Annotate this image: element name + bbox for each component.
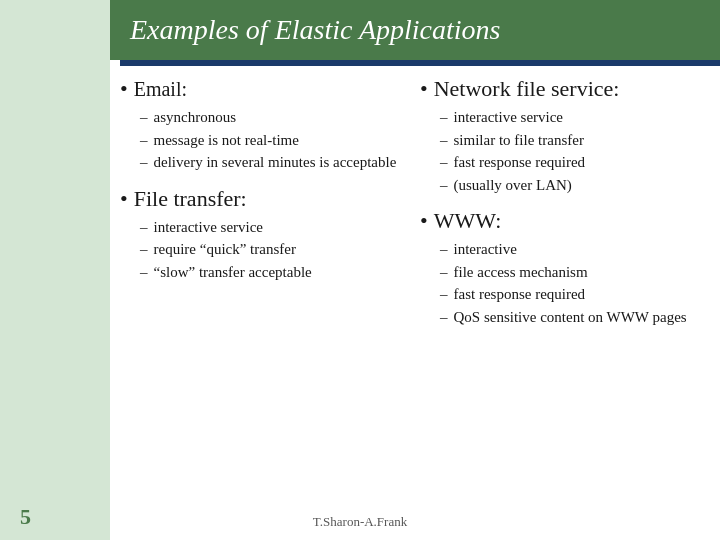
network-file-section: • Network file service: – interactive se… — [420, 76, 700, 196]
left-column: • Email: – asynchronous – message is not… — [120, 76, 410, 535]
list-item: – file access mechanism — [440, 261, 700, 284]
bullet-dot: • — [420, 208, 428, 234]
file-transfer-label: File transfer: — [134, 186, 247, 212]
list-item: – QoS sensitive content on WWW pages — [440, 306, 700, 329]
email-sub-list: – asynchronous – message is not real-tim… — [140, 106, 400, 174]
list-item: – message is not real-time — [140, 129, 400, 152]
slide-number: 5 — [20, 504, 31, 530]
www-label: WWW: — [434, 208, 502, 234]
file-transfer-sub-list: – interactive service – require “quick” … — [140, 216, 400, 284]
file-transfer-bullet: • File transfer: — [120, 186, 400, 212]
list-item: – (usually over LAN) — [440, 174, 700, 197]
list-item: – interactive service — [140, 216, 400, 239]
slide: Examples of Elastic Applications • Email… — [0, 0, 720, 540]
left-accent-bar — [0, 0, 110, 540]
list-item: – fast response required — [440, 151, 700, 174]
list-item: – interactive service — [440, 106, 700, 129]
list-item: – fast response required — [440, 283, 700, 306]
list-item: – asynchronous — [140, 106, 400, 129]
www-sub-list: – interactive – file access mechanism – … — [440, 238, 700, 328]
list-item: – require “quick” transfer — [140, 238, 400, 261]
file-transfer-section: • File transfer: – interactive service –… — [120, 186, 400, 284]
slide-title: Examples of Elastic Applications — [130, 14, 500, 46]
email-section: • Email: – asynchronous – message is not… — [120, 76, 400, 174]
email-bullet: • Email: — [120, 76, 400, 102]
bullet-dot: • — [420, 76, 428, 102]
network-file-sub-list: – interactive service – similar to file … — [440, 106, 700, 196]
email-label: Email: — [134, 78, 187, 101]
list-item: – delivery in several minutes is accepta… — [140, 151, 400, 174]
list-item: – similar to file transfer — [440, 129, 700, 152]
footer-author: T.Sharon-A.Frank — [313, 514, 407, 530]
network-file-label: Network file service: — [434, 76, 620, 102]
bullet-dot: • — [120, 186, 128, 212]
list-item: – interactive — [440, 238, 700, 261]
www-section: • WWW: – interactive – file access mecha… — [420, 208, 700, 328]
right-column: • Network file service: – interactive se… — [410, 76, 700, 535]
network-file-bullet: • Network file service: — [420, 76, 700, 102]
list-item: – “slow” transfer acceptable — [140, 261, 400, 284]
bullet-dot: • — [120, 76, 128, 102]
www-bullet: • WWW: — [420, 208, 700, 234]
